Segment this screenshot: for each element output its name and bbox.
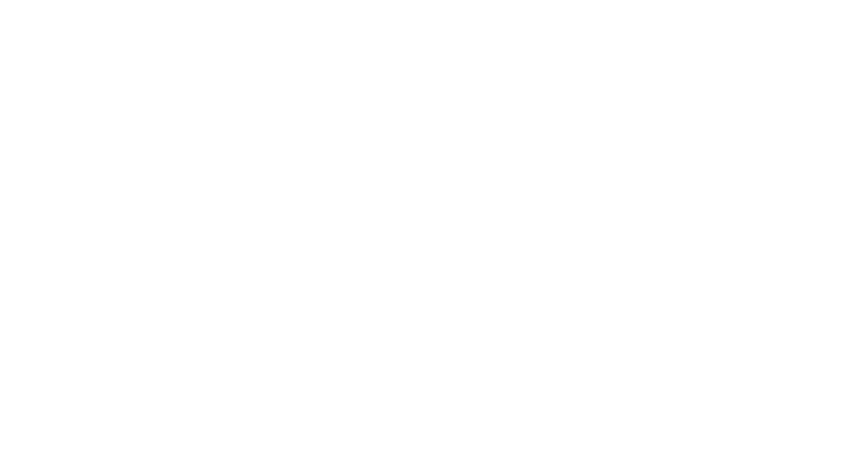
connector-lines [0,0,868,471]
diagram [0,0,868,471]
